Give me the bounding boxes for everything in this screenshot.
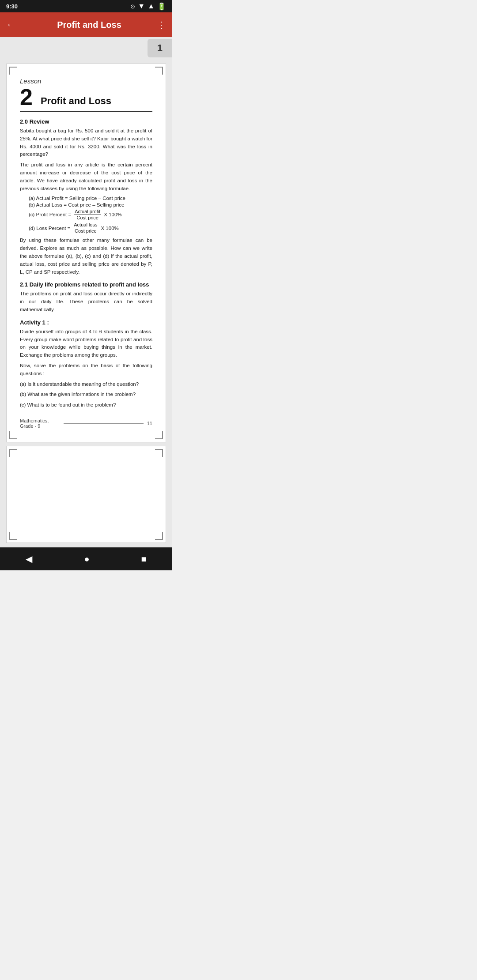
lesson-title: Profit and Loss <box>41 95 111 109</box>
footer-line <box>64 423 144 424</box>
more-options-button[interactable]: ⋮ <box>157 19 166 30</box>
signal-icon: ▲ <box>148 2 155 10</box>
page-paper-1: Lesson 2 Profit and Loss 2.0 Review Sabi… <box>6 64 166 442</box>
content-area: Lesson 2 Profit and Loss 2.0 Review Sabi… <box>0 59 172 547</box>
lesson-number: 2 <box>20 86 33 109</box>
lesson-label: Lesson <box>20 77 152 85</box>
app-bar: ← Profit and Loss ⋮ <box>0 12 172 37</box>
back-button[interactable]: ← <box>6 19 16 30</box>
fraction-d: Actual loss Cost price <box>73 222 98 234</box>
nav-back-button[interactable]: ◀ <box>15 549 43 569</box>
review-closing: By using these formulae other many formu… <box>20 237 152 276</box>
status-bar: 9:30 ⊙ ▼ ▲ 🔋 <box>0 0 172 12</box>
lesson-title-row: 2 Profit and Loss <box>20 86 152 112</box>
section-dailylife-header: 2.1 Daily life problems related to profi… <box>20 281 152 288</box>
app-bar-title: Profit and Loss <box>21 20 157 30</box>
page-paper-2 <box>6 446 166 543</box>
nav-recents-button[interactable]: ■ <box>130 550 157 569</box>
bottom-nav: ◀ ● ■ <box>0 547 172 570</box>
corner-tl-2 <box>9 449 17 457</box>
footer-subject: Mathematics, Grade - 9 <box>20 418 60 429</box>
nav-home-button[interactable]: ● <box>73 550 100 569</box>
corner-br-2 <box>155 532 163 540</box>
corner-bl <box>9 431 17 439</box>
dailylife-para-1: The problems on profit and loss occur di… <box>20 290 152 313</box>
activity1-para-3: (a) Is it understandable the meaning of … <box>20 381 152 388</box>
section-activity1-header: Activity 1 : <box>20 319 152 326</box>
footer-page-number: 11 <box>147 421 152 426</box>
page-footer: Mathematics, Grade - 9 11 <box>20 418 152 429</box>
formula-d: (d) Loss Percent = Actual loss Cost pric… <box>29 222 152 234</box>
activity1-para-5: (c) What is to be found out in the probl… <box>20 401 152 409</box>
review-para-1: Sabita bought a bag for Rs. 500 and sold… <box>20 127 152 158</box>
corner-tl <box>9 67 17 75</box>
wifi-icon: ▼ <box>138 2 145 10</box>
corner-tr <box>155 67 163 75</box>
corner-tr-2 <box>155 449 163 457</box>
circle-icon: ⊙ <box>130 3 135 10</box>
corner-bl-2 <box>9 532 17 540</box>
section-review-header: 2.0 Review <box>20 118 152 125</box>
review-para-2: The profit and loss in any article is th… <box>20 161 152 192</box>
fraction-c: Actual profit Cost price <box>74 209 101 221</box>
formula-b: (b) Actual Loss = Cost price – Selling p… <box>29 202 152 207</box>
battery-icon: 🔋 <box>157 2 166 11</box>
formula-c: (c) Profit Percent = Actual profit Cost … <box>29 209 152 221</box>
status-icons: ⊙ ▼ ▲ 🔋 <box>130 2 166 11</box>
activity1-para-4: (b) What are the given informations in t… <box>20 391 152 399</box>
page-indicator: 1 <box>148 39 172 57</box>
status-time: 9:30 <box>6 3 18 10</box>
activity1-para-1: Divide yourself into groups of 4 to 6 st… <box>20 328 152 359</box>
corner-br <box>155 431 163 439</box>
activity1-para-2: Now, solve the problems on the basis of … <box>20 362 152 378</box>
formula-a: (a) Actual Profit = Selling price – Cost… <box>29 196 152 201</box>
page-indicator-wrap: 1 <box>0 37 172 59</box>
